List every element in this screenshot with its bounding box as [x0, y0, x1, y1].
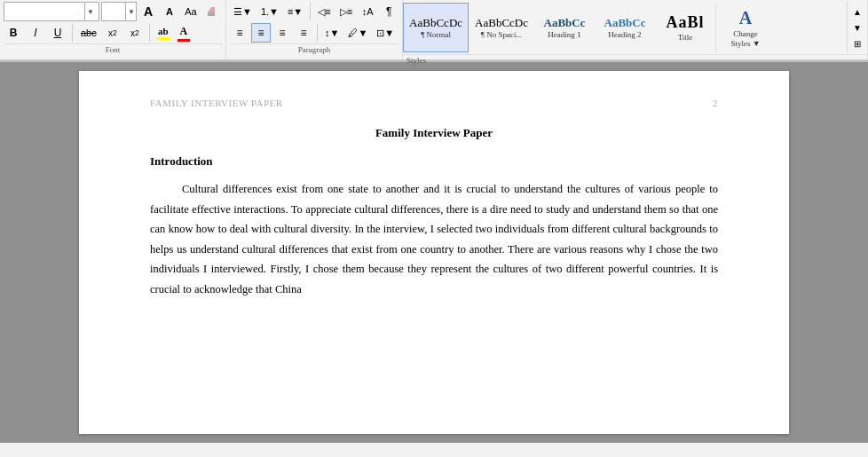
- style-no-spacing[interactable]: AaBbCcDc ¶ No Spaci...: [469, 3, 534, 52]
- ribbon: Times New Rom ▼ 12 ▼ A A Aa B: [0, 0, 868, 62]
- clear-formatting-button[interactable]: [202, 2, 222, 21]
- font-group: Times New Rom ▼ 12 ▼ A A Aa B: [0, 0, 226, 59]
- font-color-bar: [178, 39, 190, 42]
- paragraph-group: ☰▼ 1.▼ ≡▼ ◁≡ ▷≡ ↕A ¶ ≡ ≡ ≡ ≡ ↕▼ 🖊▼ ⊡▼ Pa…: [226, 0, 403, 59]
- styles-scroll-up[interactable]: ▲: [849, 4, 865, 20]
- title-preview: AaBl: [666, 13, 704, 33]
- main-paragraph: Cultural differences exist from one stat…: [150, 179, 718, 299]
- no-spacing-label: ¶ No Spaci...: [481, 30, 522, 39]
- document-area: FAMILY INTERVIEW PAPER 2 Family Intervie…: [0, 62, 868, 443]
- multilevel-list-button[interactable]: ≡▼: [284, 2, 306, 21]
- bold-button[interactable]: B: [4, 23, 23, 43]
- font-name-combo[interactable]: Times New Rom ▼: [4, 2, 99, 21]
- section-heading: Introduction: [150, 154, 718, 169]
- styles-group-content: AaBbCcDc ¶ Normal AaBbCcDc ¶ No Spaci...…: [403, 2, 867, 53]
- font-group-top: Times New Rom ▼ 12 ▼ A A Aa: [4, 2, 222, 21]
- header-text: FAMILY INTERVIEW PAPER: [150, 98, 283, 108]
- normal-label: ¶ Normal: [421, 30, 451, 39]
- underline-button[interactable]: U: [48, 23, 67, 43]
- change-styles-label: ChangeStyles ▼: [730, 29, 760, 49]
- align-center-button[interactable]: ≡: [251, 23, 271, 43]
- document-title: Family Interview Paper: [150, 126, 718, 140]
- increase-indent-button[interactable]: ▷≡: [336, 2, 356, 21]
- page-header: FAMILY INTERVIEW PAPER 2: [150, 98, 718, 108]
- font-color-label: A: [179, 25, 187, 38]
- font-color-button[interactable]: A: [175, 24, 193, 43]
- style-normal[interactable]: AaBbCcDc ¶ Normal: [403, 3, 469, 52]
- ribbon-main-row: Times New Rom ▼ 12 ▼ A A Aa B: [0, 0, 868, 60]
- separator: [72, 24, 73, 42]
- sort-button[interactable]: ↕A: [358, 2, 377, 21]
- heading1-preview: AaBbCc: [544, 16, 586, 30]
- styles-scroll-down[interactable]: ▼: [849, 20, 865, 35]
- justify-button[interactable]: ≡: [294, 23, 313, 43]
- style-title[interactable]: AaBl Title: [655, 3, 715, 52]
- para-group-bottom: ≡ ≡ ≡ ≡ ↕▼ 🖊▼ ⊡▼: [230, 23, 398, 43]
- superscript-button[interactable]: x2: [125, 23, 145, 43]
- page: FAMILY INTERVIEW PAPER 2 Family Intervie…: [79, 71, 789, 434]
- svg-rect-0: [208, 12, 215, 16]
- eraser-icon: [206, 5, 218, 18]
- change-case-button[interactable]: Aa: [181, 2, 201, 21]
- change-styles-preview: A: [739, 7, 752, 28]
- font-size-input[interactable]: 12: [102, 6, 125, 17]
- heading2-label: Heading 2: [608, 30, 641, 39]
- separator2: [149, 24, 150, 42]
- sep3: [310, 3, 311, 20]
- font-size-combo[interactable]: 12 ▼: [101, 2, 137, 21]
- sep4: [317, 24, 318, 42]
- font-group-bottom: B I U abc x2 x2 ab A: [4, 23, 222, 43]
- highlight-color-bar: [157, 37, 170, 40]
- change-styles-button[interactable]: A ChangeStyles ▼: [715, 3, 776, 52]
- borders-button[interactable]: ⊡▼: [373, 23, 398, 43]
- align-left-button[interactable]: ≡: [230, 23, 249, 43]
- numbering-button[interactable]: 1.▼: [257, 2, 282, 21]
- svg-marker-1: [208, 7, 215, 12]
- page-number: 2: [713, 98, 718, 108]
- styles-scroll-controls: ▲ ▼ ⊞: [847, 2, 867, 53]
- font-size-dropdown[interactable]: ▼: [125, 3, 137, 20]
- heading1-label: Heading 1: [548, 30, 580, 39]
- styles-expand[interactable]: ⊞: [849, 35, 865, 51]
- highlight-label: ab: [158, 26, 169, 36]
- para-group-top: ☰▼ 1.▼ ≡▼ ◁≡ ▷≡ ↕A ¶: [230, 2, 398, 21]
- bullets-button[interactable]: ☰▼: [230, 2, 256, 21]
- styles-group-label: Styles: [403, 54, 867, 65]
- heading2-preview: AaBbCc: [604, 16, 646, 30]
- style-heading1[interactable]: AaBbCc Heading 1: [534, 3, 595, 52]
- style-heading2[interactable]: AaBbCc Heading 2: [595, 3, 655, 52]
- paragraph-group-label: Paragraph: [230, 43, 398, 54]
- decrease-indent-button[interactable]: ◁≡: [314, 2, 334, 21]
- shading-button[interactable]: 🖊▼: [344, 23, 371, 43]
- styles-gallery: AaBbCcDc ¶ Normal AaBbCcDc ¶ No Spaci...…: [403, 2, 847, 53]
- font-group-label: Font: [4, 43, 222, 54]
- italic-button[interactable]: I: [26, 23, 45, 43]
- styles-group: AaBbCcDc ¶ Normal AaBbCcDc ¶ No Spaci...…: [403, 0, 868, 59]
- title-label: Title: [678, 33, 693, 42]
- font-name-dropdown[interactable]: ▼: [84, 3, 96, 20]
- normal-preview: AaBbCcDc: [409, 16, 462, 30]
- font-name-input[interactable]: Times New Rom: [4, 6, 84, 17]
- font-grow-button[interactable]: A: [138, 2, 158, 21]
- highlight-button[interactable]: ab: [154, 25, 172, 41]
- no-spacing-preview: AaBbCcDc: [475, 16, 528, 30]
- strikethrough-button[interactable]: abc: [77, 23, 100, 43]
- show-paragraph-button[interactable]: ¶: [379, 2, 398, 21]
- align-right-button[interactable]: ≡: [272, 23, 292, 43]
- font-shrink-button[interactable]: A: [160, 2, 179, 21]
- subscript-button[interactable]: x2: [103, 23, 122, 43]
- line-spacing-button[interactable]: ↕▼: [321, 23, 343, 43]
